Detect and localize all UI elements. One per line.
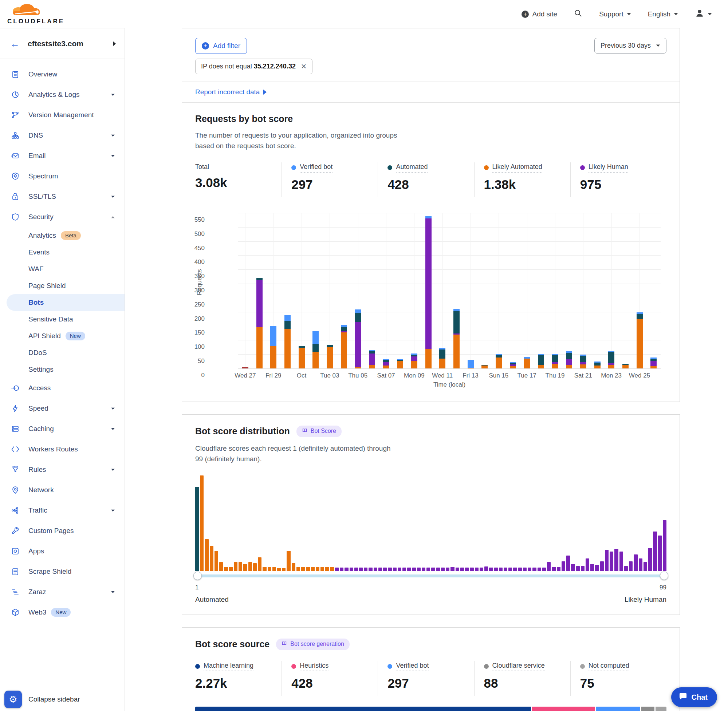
sidebar-item-speed[interactable]: Speed [0, 398, 124, 419]
cloudflare-cloud-icon [7, 3, 44, 18]
shield-icon [11, 212, 20, 221]
back-arrow-icon[interactable]: ← [10, 39, 20, 49]
stat-label[interactable]: Likely Human [580, 163, 628, 173]
bar-segment [453, 311, 459, 333]
bar-segment [313, 352, 319, 369]
sidebar-item-security[interactable]: Security [0, 207, 124, 227]
sidebar-item-caching[interactable]: Caching [0, 419, 124, 439]
sidebar-subitem-ddos[interactable]: DDoS [0, 344, 124, 361]
x-axis-tick: Oct [297, 372, 306, 379]
sidebar-item-web3[interactable]: Web3New [0, 602, 124, 622]
search-button[interactable] [574, 9, 582, 19]
legend-dot-icon [484, 165, 489, 170]
x-axis-tick: Wed 25 [629, 372, 650, 379]
sidebar-item-access[interactable]: Access [0, 378, 124, 398]
sidebar-item-ssl-tls[interactable]: SSL/TLS [0, 186, 124, 207]
sidebar-item-email[interactable]: Email [0, 146, 124, 166]
sidebar-item-overview[interactable]: Overview [0, 64, 124, 84]
support-label: Support [599, 10, 623, 18]
bot-score-generation-doc-badge[interactable]: Bot score generation [276, 639, 350, 650]
histogram-bar-score-4 [210, 546, 213, 571]
sidebar-subitem-bots[interactable]: Bots [7, 294, 124, 311]
histogram-bar-score-83 [590, 564, 594, 571]
site-selector[interactable]: ← cftestsite3.com [0, 28, 124, 59]
chat-button[interactable]: Chat [671, 687, 717, 707]
sidebar-subitem-label: Analytics [28, 232, 56, 239]
date-range-dropdown[interactable]: Previous 30 days [594, 38, 666, 53]
stat-label[interactable]: Likely Automated [484, 163, 542, 173]
gear-icon[interactable]: ⚙ [4, 690, 22, 708]
sidebar-item-apps[interactable]: Apps [0, 541, 124, 561]
sidebar-item-analytics-logs[interactable]: Analytics & Logs [0, 84, 124, 105]
stack-lines-icon [11, 588, 20, 596]
sidebar-subitem-settings[interactable]: Settings [0, 361, 124, 378]
remove-filter-icon[interactable]: ✕ [301, 62, 307, 71]
y-axis-tick: 300 [183, 287, 205, 294]
histogram-bar-score-42 [393, 568, 397, 571]
sidebar-subitem-events[interactable]: Events [0, 244, 124, 261]
sidebar-item-scrape-shield[interactable]: Scrape Shield [0, 561, 124, 582]
section-title: Bot score source [195, 639, 269, 649]
add-site-button[interactable]: + Add site [521, 10, 557, 18]
sidebar-item-workers-routes[interactable]: Workers Routes [0, 439, 124, 459]
bot-score-doc-badge[interactable]: Bot Score [297, 426, 342, 437]
stacked-bar-day-3 [270, 326, 276, 368]
bar-segment [397, 361, 403, 369]
stat-label[interactable]: Machine learning [195, 662, 254, 671]
stat-label[interactable]: Automated [387, 163, 428, 173]
sidebar-item-dns[interactable]: DNS [0, 125, 124, 146]
sidebar-item-zaraz[interactable]: Zaraz [0, 582, 124, 602]
sidebar-subitem-sensitive-data[interactable]: Sensitive Data [0, 311, 124, 327]
sidebar-subitem-waf[interactable]: WAF [0, 261, 124, 277]
account-menu[interactable] [695, 8, 712, 20]
sidebar-item-rules[interactable]: Rules [0, 459, 124, 480]
support-menu[interactable]: Support [599, 10, 631, 18]
chevron-down-icon [111, 509, 115, 512]
histogram-bar-score-95 [648, 548, 652, 571]
sidebar-item-network[interactable]: Network [0, 480, 124, 500]
date-range-label: Previous 30 days [601, 42, 651, 50]
sidebar-item-custom-pages[interactable]: Custom Pages [0, 521, 124, 541]
sidebar-item-traffic[interactable]: Traffic [0, 500, 124, 521]
bar-segment [341, 332, 347, 369]
stacked-bar-day-22 [538, 354, 544, 369]
chevron-down-icon [674, 13, 678, 15]
bar-segment [538, 365, 544, 369]
beta-badge: Beta [61, 231, 81, 240]
report-link-label: Report incorrect data [195, 88, 260, 96]
sidebar-subitem-analytics[interactable]: AnalyticsBeta [0, 227, 124, 244]
slider-handle-min[interactable] [193, 572, 202, 580]
sidebar-subitem-page-shield[interactable]: Page Shield [0, 277, 124, 294]
badge-label: Bot Score [311, 428, 336, 434]
stacked-bar-day-26 [594, 361, 601, 369]
bar-segment [566, 353, 572, 359]
cloudflare-logo[interactable]: CLOUDFLARE [7, 3, 65, 25]
stacked-bar-day-2 [256, 278, 263, 369]
histogram-bar-score-43 [398, 568, 401, 571]
bar-segment [468, 360, 474, 368]
histogram-bar-score-76 [557, 567, 561, 571]
sidebar-item-version-management[interactable]: Version Management [0, 105, 124, 125]
collapse-sidebar[interactable]: ⚙ Collapse sidebar [4, 690, 80, 708]
x-axis-tick: Wed 11 [432, 372, 453, 379]
stat-label[interactable]: Heuristics [291, 662, 328, 671]
slider-max-value: 99 [660, 584, 666, 591]
histogram-bar-score-48 [422, 568, 425, 571]
hierarchy-icon [11, 131, 20, 140]
sidebar-item-spectrum[interactable]: Spectrum [0, 166, 124, 186]
language-label: English [648, 10, 670, 18]
report-incorrect-data-link[interactable]: Report incorrect data [182, 82, 679, 103]
histogram-bar-score-58 [470, 568, 473, 571]
stat-label[interactable]: Cloudflare service [484, 662, 545, 671]
bar-segment [355, 322, 361, 367]
stat-label[interactable]: Verified bot [291, 163, 332, 173]
histogram-bar-score-84 [595, 565, 599, 571]
language-menu[interactable]: English [648, 10, 678, 18]
sidebar-subitem-api-shield[interactable]: API ShieldNew [0, 327, 124, 344]
slider-handle-max[interactable] [660, 572, 668, 580]
histogram-bar-score-85 [600, 561, 604, 571]
add-filter-button[interactable]: + Add filter [195, 38, 247, 54]
stat-label[interactable]: Not computed [580, 662, 629, 671]
score-range-slider [195, 571, 666, 581]
stat-label[interactable]: Verified bot [387, 662, 429, 671]
